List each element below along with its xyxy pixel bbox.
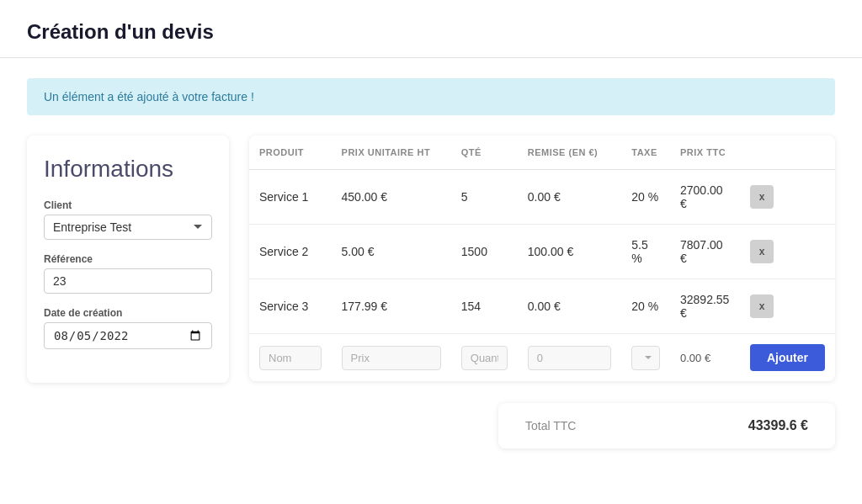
cell-prix-ttc: 7807.00 € [670,225,740,279]
add-prix-cell [332,334,451,382]
cell-taxe: 20 % [621,279,670,334]
add-price-display: 0.00 € [680,352,710,364]
table-row: Service 2 5.00 € 1500 100.00 € 5.5 % 780… [249,225,835,279]
cell-product: Service 2 [249,225,332,279]
products-table: PRODUIT PRIX UNITAIRE HT QTÉ REMISE (EN … [249,135,835,381]
cell-remise: 100.00 € [518,225,621,279]
cell-price-unit: 5.00 € [332,225,451,279]
add-prix-input[interactable] [342,346,441,370]
page-content: Un élément a été ajouté à votre facture … [0,58,862,469]
date-label: Date de création [44,307,212,319]
add-remise-cell [518,334,621,382]
add-price-display-cell: 0.00 € [670,334,740,382]
date-input[interactable] [44,322,212,349]
price-line1: 32892.55 [680,293,730,306]
client-group: Client Entreprise Test [44,199,212,240]
cell-qty: 5 [451,170,518,225]
cell-action: x [740,279,835,334]
table-panel: PRODUIT PRIX UNITAIRE HT QTÉ REMISE (EN … [249,135,835,381]
cell-taxe: 5.5 % [621,225,670,279]
remove-row-button[interactable]: x [750,294,774,318]
cell-price-unit: 177.99 € [332,279,451,334]
total-label: Total TTC [525,419,576,432]
info-panel-title: Informations [44,156,212,183]
cell-price-unit: 450.00 € [332,170,451,225]
add-nom-cell [249,334,332,382]
col-produit: PRODUIT [249,135,332,170]
cell-taxe: 20 % [621,170,670,225]
cell-product: Service 1 [249,170,332,225]
add-taxe-select[interactable]: 5.5% 20% [631,346,660,370]
client-select[interactable]: Entreprise Test [44,215,212,240]
table-row: Service 3 177.99 € 154 0.00 € 20 % 32892… [249,279,835,334]
col-prix-ttc: PRIX TTC [670,135,740,170]
main-layout: Informations Client Entreprise Test Réfé… [27,135,835,383]
price-line2: € [680,306,730,320]
page-title: Création d'un devis [27,20,835,44]
alert-message: Un élément a été ajouté à votre facture … [44,90,254,103]
add-button[interactable]: Ajouter [750,344,825,371]
remove-row-button[interactable]: x [750,240,774,263]
table-header-row: PRODUIT PRIX UNITAIRE HT QTÉ REMISE (EN … [249,135,835,170]
add-btn-cell: Ajouter [740,334,835,382]
cell-remise: 0.00 € [518,170,621,225]
cell-product: Service 3 [249,279,332,334]
col-actions [740,135,835,170]
add-quantite-cell [451,334,518,382]
total-card: Total TTC 43399.6 € [498,403,835,448]
col-taxe: TAXE [621,135,670,170]
cell-prix-ttc: 32892.55 € [670,279,740,334]
table-row: Service 1 450.00 € 5 0.00 € 20 % 2700.00… [249,170,835,225]
cell-prix-ttc: 2700.00 € [670,170,740,225]
alert-banner: Un élément a été ajouté à votre facture … [27,78,835,115]
add-remise-input[interactable] [528,346,611,370]
add-quantite-input[interactable] [461,346,508,370]
cell-qty: 154 [451,279,518,334]
add-nom-input[interactable] [259,346,322,370]
cell-action: x [740,225,835,279]
reference-group: Référence [44,253,212,294]
cell-action: x [740,170,835,225]
add-row: 5.5% 20% 0.00 € Ajouter [249,334,835,382]
client-label: Client [44,199,212,211]
info-panel: Informations Client Entreprise Test Réfé… [27,135,229,383]
page-wrapper: Création d'un devis Un élément a été ajo… [0,0,862,504]
reference-input[interactable] [44,268,212,294]
price-multiline: 32892.55 € [680,293,730,320]
reference-label: Référence [44,253,212,265]
col-remise: REMISE (EN €) [518,135,621,170]
total-value: 43399.6 € [748,418,808,433]
date-group: Date de création [44,307,212,349]
cell-remise: 0.00 € [518,279,621,334]
cell-qty: 1500 [451,225,518,279]
add-taxe-cell: 5.5% 20% [621,334,670,382]
total-section: Total TTC 43399.6 € [27,403,835,448]
page-header: Création d'un devis [0,0,862,58]
col-qte: QTÉ [451,135,518,170]
remove-row-button[interactable]: x [750,185,774,209]
col-prix-ht: PRIX UNITAIRE HT [332,135,451,170]
